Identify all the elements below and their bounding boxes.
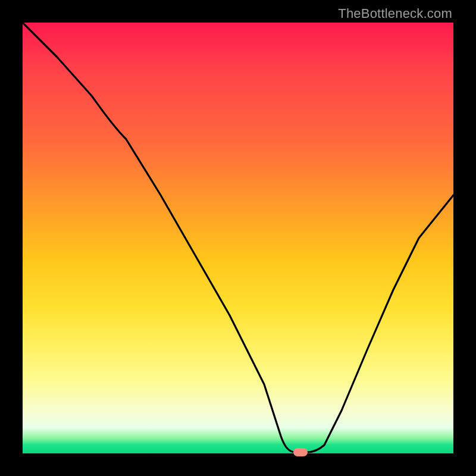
bottleneck-curve: [23, 23, 453, 453]
curve-path: [23, 23, 453, 452]
watermark-text: TheBottleneck.com: [338, 6, 452, 21]
chart-frame: TheBottleneck.com: [0, 0, 476, 476]
optimal-point-marker: [293, 448, 308, 456]
plot-area: [23, 23, 453, 453]
